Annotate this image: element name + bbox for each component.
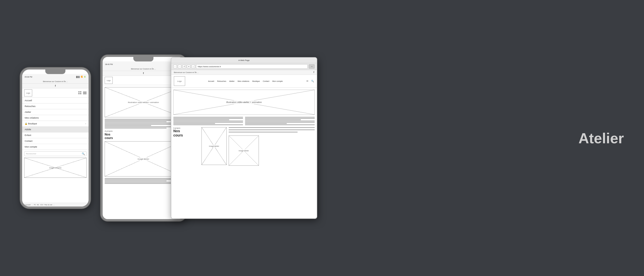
search-box: Rechercher 🔍 xyxy=(24,151,87,156)
grid-icon[interactable] xyxy=(78,91,82,94)
browser-section-right: Image atelier xyxy=(229,127,315,166)
refresh-icon: ↺ xyxy=(183,65,185,68)
nav-forward-btn[interactable]: → xyxy=(178,65,181,68)
nav-item-adulte[interactable]: Adulte xyxy=(22,127,89,132)
facebook-icon-2: f xyxy=(143,72,144,75)
tablet-atelier-image: Image atelier xyxy=(105,141,182,177)
status-icons: ▌▌▌ 📶 🔋 xyxy=(76,76,86,78)
logo-box: Logo xyxy=(24,89,32,96)
browser-tab-title: A Web Page xyxy=(174,59,314,61)
browser-images-row: Image atelier Image atelier xyxy=(202,127,315,166)
phone-social-bar: f xyxy=(22,84,89,88)
nav-link-atelier[interactable]: Atelier xyxy=(229,80,234,82)
section-label-2: A propos Nos cours xyxy=(105,130,182,140)
phone-header: Bienvenue sur Couture en Île ... xyxy=(22,80,89,84)
nav-link-contact[interactable]: Contact xyxy=(263,80,269,82)
nav-link-mon-compte[interactable]: Mon compte xyxy=(272,80,283,82)
facebook-icon: f xyxy=(55,85,56,87)
nav-back-btn[interactable]: ← xyxy=(173,65,177,68)
browser-section: A propos Nos cours Image atelier xyxy=(171,126,317,167)
logo-box-2: Logo xyxy=(105,77,113,84)
wifi-icon: 📶 xyxy=(81,76,83,78)
browser-nav-actions: ✉ 🔍 xyxy=(306,79,314,83)
status-time-2: 08:43 PM xyxy=(105,63,113,65)
nav-item-mes-creations[interactable]: Mes créations xyxy=(22,115,89,121)
address-bar[interactable]: https://www.coutureenie.fr xyxy=(196,64,308,69)
nav-link-accueil[interactable]: Accueil xyxy=(208,80,214,82)
browser-hero: Illustration vidéo atelier + animation xyxy=(173,90,315,115)
forward-icon: → xyxy=(179,65,181,68)
browser-facebook-icon: f xyxy=(313,71,314,74)
go-button[interactable]: → xyxy=(309,64,315,69)
home-icon: ⌂ xyxy=(193,65,194,68)
tablet-notch xyxy=(133,57,153,61)
browser-text-columns xyxy=(171,117,317,126)
email-icon[interactable]: ✉ xyxy=(306,79,309,83)
nav-link-boutique[interactable]: Boutique xyxy=(252,80,260,82)
browser-toolbar: ← → ↺ ✕ ⌂ https://www.coutureenie.fr → xyxy=(171,63,317,70)
hamburger-icon[interactable] xyxy=(83,92,87,94)
battery-icon: 🔋 xyxy=(84,76,86,78)
phone-toolbar: Logo xyxy=(22,88,89,98)
browser-nav-links: Accueil Retouches Atelier Mes créations … xyxy=(188,80,303,82)
browser-atelier-image-2: Image atelier xyxy=(229,135,259,166)
side-label: Atelier xyxy=(578,130,624,147)
phone-navigation: Accueil Retouches Atelier Mes créations … xyxy=(22,98,89,203)
phone-footer: Copyright ... PC ML CGV Plan de site ... xyxy=(22,203,89,206)
text-block-2 xyxy=(105,178,182,184)
nav-item-retouches[interactable]: Retouches xyxy=(22,104,89,109)
search-icon[interactable]: 🔍 xyxy=(311,79,314,83)
nav-refresh-btn[interactable]: ↺ xyxy=(182,65,186,68)
section-text: A propos Nos cours xyxy=(173,127,198,166)
browser-atelier-image-1: Image atelier xyxy=(202,127,227,165)
nav-home-btn[interactable]: ⌂ xyxy=(191,65,195,68)
nav-item-atelier[interactable]: Atelier xyxy=(22,109,89,115)
browser-main: Illustration vidéo atelier + animation xyxy=(171,88,317,218)
nav-item-mon-compte[interactable]: Mon compte xyxy=(22,144,89,150)
signal-icon: ▌▌▌ xyxy=(76,76,80,78)
nav-link-retouches[interactable]: Retouches xyxy=(217,80,226,82)
browser-chrome: A Web Page xyxy=(171,58,317,63)
phone-notch xyxy=(45,70,65,74)
browser-nav-bar: Logo Accueil Retouches Atelier Mes créat… xyxy=(171,75,317,88)
browser-site-header: Bienvenue sur Couture en Île ... f xyxy=(171,70,317,75)
browser-logo: Logo xyxy=(174,76,185,86)
text-block-1 xyxy=(105,119,182,128)
nav-item-enfant[interactable]: Enfant xyxy=(22,132,89,138)
image-retouche: Image retouche xyxy=(24,158,87,178)
nav-item-contact[interactable]: Contact xyxy=(22,138,89,144)
toolbar-icons xyxy=(78,91,87,94)
phone-1: 05:08 PM ▌▌▌ 📶 🔋 Bienvenue sur Couture e… xyxy=(20,67,91,209)
nav-link-mes-creations[interactable]: Mes créations xyxy=(237,80,249,82)
status-time: 05:08 PM xyxy=(25,76,32,78)
phone-status-bar: 05:08 PM ▌▌▌ 📶 🔋 xyxy=(22,74,89,80)
nav-item-accueil[interactable]: Accueil xyxy=(22,98,89,104)
tablet-hero-image: Illustration vidéo atelier+ animation xyxy=(105,87,182,117)
close-icon: ✕ xyxy=(188,65,190,68)
browser-col-1 xyxy=(173,117,243,126)
back-icon: ← xyxy=(174,65,176,68)
nav-close-btn[interactable]: ✕ xyxy=(187,65,190,68)
browser-col-2 xyxy=(245,117,315,126)
desktop-browser: A Web Page ← → ↺ ✕ ⌂ https://www.couture… xyxy=(171,57,317,219)
nav-item-boutique[interactable]: 🔒 Boutique - xyxy=(22,121,89,127)
search-icon[interactable]: 🔍 xyxy=(82,152,85,155)
